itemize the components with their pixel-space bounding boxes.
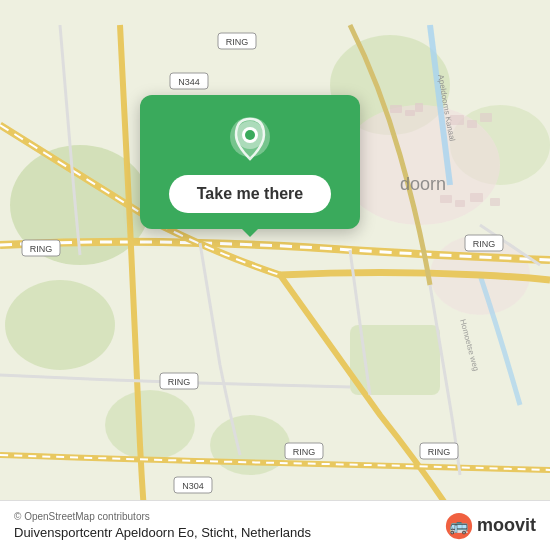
- map-pin-icon: [226, 115, 274, 163]
- svg-point-1: [5, 280, 115, 370]
- location-card: Take me there: [140, 95, 360, 229]
- moovit-name: moovit: [477, 515, 536, 536]
- location-name: Duivensportcentr Apeldoorn Eo, Sticht, N…: [14, 525, 311, 540]
- svg-rect-28: [390, 105, 402, 113]
- svg-text:RING: RING: [428, 447, 451, 457]
- svg-rect-32: [467, 120, 477, 128]
- svg-rect-36: [470, 193, 483, 202]
- svg-text:doorn: doorn: [400, 174, 446, 194]
- svg-rect-33: [480, 113, 492, 122]
- svg-text:🚌: 🚌: [449, 516, 469, 535]
- svg-rect-5: [350, 325, 440, 395]
- copyright-text: © OpenStreetMap contributors: [14, 511, 311, 522]
- take-me-there-button[interactable]: Take me there: [169, 175, 331, 213]
- svg-text:Homoetse weg: Homoetse weg: [458, 318, 481, 372]
- svg-rect-35: [455, 200, 465, 207]
- moovit-bus-icon: 🚌: [445, 512, 473, 540]
- svg-text:RING: RING: [168, 377, 191, 387]
- svg-point-41: [245, 130, 255, 140]
- map-svg: RING RING RING RING RING RING N344 N304 …: [0, 0, 550, 550]
- svg-point-6: [210, 415, 290, 475]
- svg-text:RING: RING: [226, 37, 249, 47]
- svg-text:RING: RING: [293, 447, 316, 457]
- info-bar: © OpenStreetMap contributors Duivensport…: [0, 500, 550, 550]
- moovit-logo: 🚌 moovit: [445, 512, 536, 540]
- svg-text:RING: RING: [30, 244, 53, 254]
- svg-rect-37: [490, 198, 500, 206]
- svg-text:N344: N344: [178, 77, 200, 87]
- svg-rect-29: [405, 110, 415, 116]
- svg-point-2: [105, 390, 195, 460]
- map-container: RING RING RING RING RING RING N344 N304 …: [0, 0, 550, 550]
- info-left: © OpenStreetMap contributors Duivensport…: [14, 511, 311, 540]
- svg-rect-30: [415, 103, 423, 112]
- svg-rect-34: [440, 195, 452, 203]
- svg-text:RING: RING: [473, 239, 496, 249]
- svg-rect-31: [450, 115, 464, 125]
- svg-text:N304: N304: [182, 481, 204, 491]
